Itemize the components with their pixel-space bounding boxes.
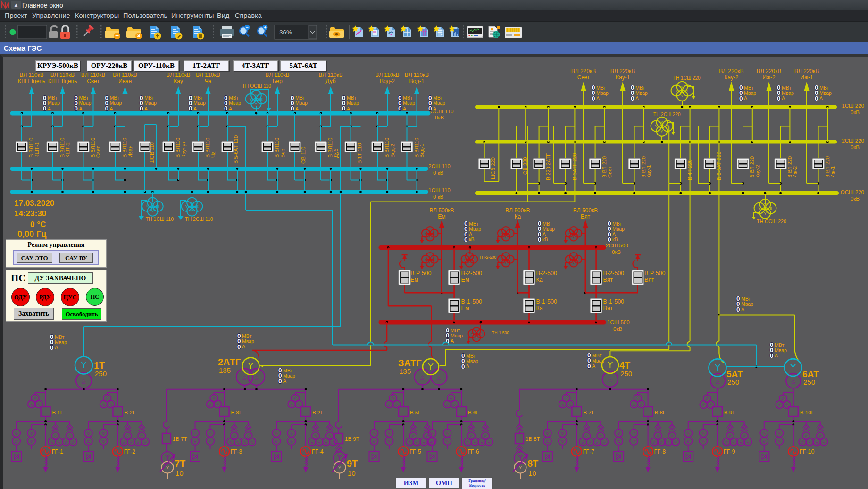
svg-text:Y: Y [388, 431, 391, 436]
svg-text:А: А [229, 106, 232, 111]
svg-text:Y: Y [561, 431, 564, 436]
svg-text:Мвар: Мвар [782, 90, 794, 96]
svg-text:Δ: Δ [763, 439, 766, 444]
svg-text:0: 0 [538, 236, 542, 243]
svg-text:ТН 1СШ 220: ТН 1СШ 220 [673, 76, 701, 81]
svg-text:Мвар: Мвар [433, 100, 445, 106]
svg-text:Y: Y [446, 431, 449, 436]
svg-text:ГГ-2: ГГ-2 [124, 448, 135, 455]
svg-text:МВт: МВт [775, 342, 784, 348]
svg-text:Y: Y [464, 258, 466, 261]
svg-text:В 1Г: В 1Г [52, 410, 64, 415]
svg-text:Y: Y [763, 431, 766, 436]
svg-text:Λ: Λ [54, 434, 57, 438]
svg-text:Свет: Свет [577, 74, 590, 81]
svg-text:10: 10 [528, 469, 536, 477]
svg-text:Λ: Λ [675, 441, 677, 444]
svg-text:Λ: Λ [110, 403, 112, 406]
svg-text:ТН ОСШ 220: ТН ОСШ 220 [757, 219, 786, 224]
svg-text:0: 0 [291, 105, 294, 112]
svg-text:ШСВ 110: ШСВ 110 [149, 142, 155, 164]
svg-text:Бер: Бер [280, 149, 285, 158]
svg-text:В Р 500: В Р 500 [410, 270, 432, 277]
svg-text:Δ: Δ [582, 441, 584, 444]
svg-text:ВЛ 500кВ: ВЛ 500кВ [505, 207, 530, 214]
svg-text:Λ: Λ [329, 434, 331, 438]
svg-text:Δ: Δ [230, 441, 232, 444]
svg-text:Е: Е [577, 232, 579, 235]
svg-text:Y: Y [429, 255, 431, 258]
svg-text:ГГ-7: ГГ-7 [583, 448, 594, 455]
svg-text:Λ: Λ [729, 434, 731, 438]
svg-text:0: 0 [739, 95, 743, 102]
svg-text:Y: Y [185, 204, 188, 209]
svg-text:ВЛ 110кВ: ВЛ 110кВ [81, 72, 105, 78]
svg-text:А: А [469, 231, 472, 237]
svg-text:Мвар: Мвар [144, 100, 157, 106]
svg-text:135: 135 [219, 366, 231, 374]
svg-text:Δ: Δ [423, 441, 425, 444]
svg-text:А: А [592, 363, 595, 369]
svg-text:ТН-2-500: ТН-2-500 [479, 255, 496, 260]
svg-text:МВт: МВт [55, 334, 64, 340]
svg-text:0кВ: 0кВ [851, 110, 860, 115]
svg-text:Δ: Δ [446, 403, 449, 406]
svg-text:0кВ: 0кВ [435, 115, 444, 120]
svg-text:Δ: Δ [481, 441, 483, 444]
svg-text:Δ: Δ [687, 439, 690, 444]
svg-text:ТН 1СШ 110: ТН 1СШ 110 [145, 216, 174, 222]
svg-text:0: 0 [342, 105, 346, 112]
svg-text:В 6Г: В 6Г [468, 410, 479, 415]
svg-text:Иж-1: Иж-1 [830, 166, 835, 178]
svg-text:1СШ 110: 1СШ 110 [428, 187, 451, 193]
svg-text:ГГ-4: ГГ-4 [312, 448, 324, 455]
svg-text:ВЛ 500кВ: ВЛ 500кВ [429, 207, 454, 214]
svg-text:Λ: Λ [706, 397, 709, 400]
svg-text:Λ: Λ [126, 434, 129, 438]
svg-text:1В 7Т: 1В 7Т [173, 436, 187, 442]
svg-text:△: △ [608, 377, 612, 382]
svg-text:Δ: Δ [291, 403, 293, 406]
svg-text:0: 0 [140, 105, 143, 112]
svg-text:Λ: Λ [589, 441, 592, 444]
svg-text:Y: Y [618, 431, 620, 436]
svg-text:МВт: МВт [229, 95, 238, 101]
svg-text:Y: Y [255, 102, 258, 106]
svg-text:кВ: кВ [469, 236, 475, 242]
svg-text:Е: Е [509, 258, 511, 261]
svg-text:ШСВ 220: ШСВ 220 [490, 157, 496, 179]
svg-text:А: А [451, 338, 454, 344]
svg-text:МВт: МВт [242, 333, 251, 339]
svg-text:Мвар: Мвар [193, 100, 206, 106]
svg-text:0: 0 [587, 363, 591, 370]
svg-text:Мвар: Мвар [612, 226, 625, 232]
svg-text:В 5Г: В 5Г [410, 410, 421, 415]
svg-text:2СШ 110: 2СШ 110 [428, 163, 451, 169]
svg-text:Е: Е [157, 204, 159, 209]
svg-text:0: 0 [815, 95, 818, 102]
svg-text:0кВ: 0кВ [851, 144, 860, 150]
svg-text:Y: Y [209, 431, 212, 436]
svg-text:0: 0 [224, 105, 228, 112]
svg-text:В ВЛ110: В ВЛ110 [28, 138, 34, 158]
svg-text:А: А [782, 95, 785, 101]
svg-text:0: 0 [464, 236, 468, 243]
svg-text:Y: Y [87, 431, 90, 436]
svg-text:Y: Y [15, 431, 18, 436]
svg-text:△: △ [82, 378, 86, 384]
svg-text:5АТ: 5АТ [726, 369, 743, 379]
svg-text:Δ: Δ [431, 439, 434, 444]
svg-text:кВ: кВ [612, 236, 618, 242]
svg-text:Y: Y [660, 120, 663, 125]
svg-text:Y: Y [519, 465, 522, 470]
svg-text:А: А [612, 231, 616, 237]
svg-text:Y: Y [681, 94, 684, 98]
svg-text:Λ: Λ [58, 441, 60, 444]
svg-text:Δ: Δ [31, 403, 33, 406]
svg-text:0: 0 [43, 105, 47, 112]
svg-text:А: А [433, 106, 436, 111]
svg-text:Δ: Δ [778, 404, 781, 407]
svg-text:Каучук: Каучук [181, 142, 186, 158]
svg-text:Δ: Δ [244, 441, 246, 444]
svg-text:Y: Y [151, 201, 154, 205]
